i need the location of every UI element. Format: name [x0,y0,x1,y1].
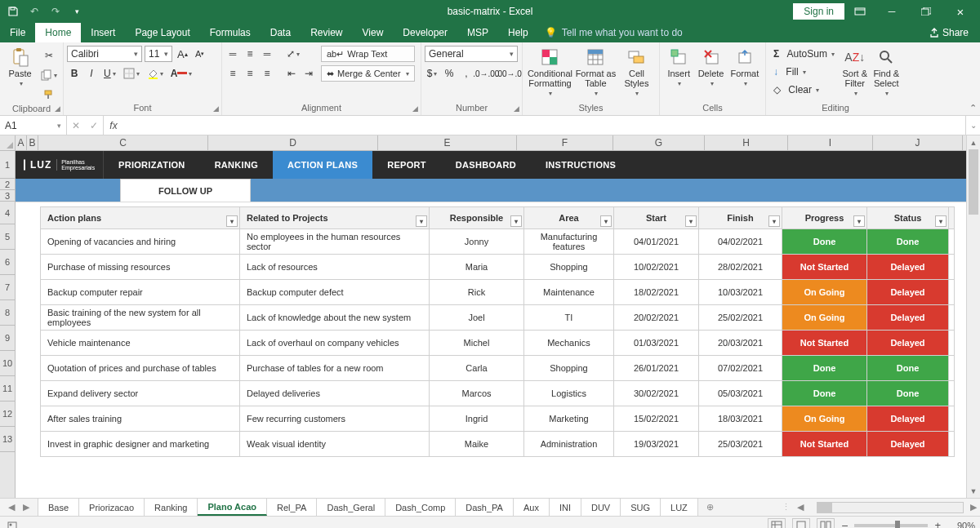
scrollbar-thumb[interactable] [969,149,978,215]
th-action-plans[interactable]: Action plans▾ [41,207,240,229]
hscroll-right-icon[interactable]: ▶ [970,502,977,512]
cell-start[interactable]: 20/02/2021 [614,305,699,330]
align-bottom-icon[interactable]: ═ [260,46,274,62]
insert-cells-button[interactable]: Insert▾ [663,44,694,87]
sheet-tab-aux[interactable]: Aux [514,499,550,516]
comma-icon[interactable]: , [459,65,474,82]
borders-icon[interactable]: ▾ [121,65,142,82]
dialog-launcher-icon[interactable]: ◢ [55,104,60,113]
filter-dropdown-icon[interactable]: ▾ [768,215,780,227]
filter-dropdown-icon[interactable]: ▾ [226,215,238,227]
format-as-table-button[interactable]: Format as Table▾ [574,44,617,97]
cell-rp[interactable]: Lack of overhaul on company vehicles [240,331,430,355]
row-header-1[interactable]: 1 [0,151,15,179]
share-button[interactable]: Share [918,23,980,42]
sheet-tab-ranking[interactable]: Ranking [145,499,198,516]
row-header-3[interactable]: 3 [0,190,15,202]
orientation-icon[interactable]: ⤢▾ [284,46,302,62]
conditional-formatting-button[interactable]: Conditional Formatting▾ [526,44,574,97]
cell-fin[interactable]: 04/02/2021 [699,229,782,254]
tab-help[interactable]: Help [498,23,538,42]
qat-custom-icon[interactable]: ▾ [70,5,83,18]
percent-icon[interactable]: % [442,65,457,82]
fx-icon[interactable]: fx [104,116,123,135]
sheet-tab-sug[interactable]: SUG [621,499,661,516]
save-icon[interactable] [7,5,20,18]
paste-button[interactable]: Paste ▾ [3,44,37,87]
sort-filter-button[interactable]: AZ↓Sort & Filter▾ [840,44,870,97]
cell-resp[interactable]: Joel [430,305,524,330]
row-header-12[interactable]: 12 [0,402,15,427]
filter-dropdown-icon[interactable]: ▾ [685,215,697,227]
number-format-combo[interactable]: General▾ [425,46,518,62]
sheet-tab-dash_geral[interactable]: Dash_Geral [317,499,385,516]
col-header-G[interactable]: G [613,135,705,150]
table-row[interactable]: Basic training of the new system for all… [40,305,955,331]
row-header-4[interactable]: 4 [0,202,15,224]
col-header-A[interactable]: A [16,135,27,150]
close-icon[interactable]: × [944,0,977,23]
cell-fin[interactable]: 20/03/2021 [699,331,782,355]
ribbon-display-icon[interactable] [846,0,874,23]
dialog-launcher-icon[interactable]: ◢ [514,104,519,113]
nav-ranking[interactable]: RANKING [200,151,273,179]
row-header-10[interactable]: 10 [0,351,15,376]
add-sheet-button[interactable]: ⊕ [698,499,723,516]
cell-resp[interactable]: Carla [430,356,524,380]
th-start[interactable]: Start▾ [614,207,699,229]
decrease-decimal-icon[interactable]: .00→.0 [499,65,519,82]
nav-instructions[interactable]: INSTRUCTIONS [531,151,630,179]
find-select-button[interactable]: Find & Select▾ [871,44,902,97]
tab-msp[interactable]: MSP [457,23,498,42]
tell-me[interactable]: 💡 Tell me what you want to do [538,23,689,42]
cell-area[interactable]: Mechanics [524,331,614,355]
scroll-up-icon[interactable]: ▲ [967,135,980,149]
font-size-combo[interactable]: 11▾ [145,46,172,62]
th-responsible[interactable]: Responsible▾ [430,207,524,229]
align-left-icon[interactable]: ≡ [225,65,240,82]
dialog-launcher-icon[interactable]: ◢ [213,104,219,113]
page-layout-view-icon[interactable] [792,518,810,529]
cell-area[interactable]: Shopping [524,255,614,279]
cell-resp[interactable]: Maria [430,255,524,279]
wrap-text-button[interactable]: ab↵Wrap Text [321,46,415,62]
cell-fin[interactable]: 25/02/2021 [699,305,782,330]
cell-resp[interactable]: Marcos [430,381,524,406]
tab-view[interactable]: View [353,23,394,42]
scroll-down-icon[interactable]: ▼ [967,484,980,498]
grow-font-icon[interactable]: A▴ [175,46,190,62]
cell-ap[interactable]: Opening of vacancies and hiring [41,229,240,254]
next-sheet-icon[interactable]: ▶ [23,502,29,512]
cell-fin[interactable]: 07/02/2021 [699,356,782,380]
table-row[interactable]: Opening of vacancies and hiringNo employ… [40,229,955,255]
sheet-tab-plano acao[interactable]: Plano Acao [198,499,267,516]
cell-fin[interactable]: 28/02/2021 [699,255,782,279]
col-header-B[interactable]: B [27,135,38,150]
horizontal-scrollbar[interactable] [817,502,964,513]
cell-rp[interactable]: Purchase of tables for a new room [240,356,430,380]
formula-input[interactable] [123,116,965,135]
delete-cells-button[interactable]: Delete▾ [694,44,727,87]
page-break-view-icon[interactable] [817,518,835,529]
col-header-I[interactable]: I [788,135,873,150]
filter-dropdown-icon[interactable]: ▾ [853,215,865,227]
expand-formula-icon[interactable]: ⌄ [965,116,980,135]
cell-fin[interactable]: 18/03/2021 [699,406,782,431]
cell-area[interactable]: Administration [524,432,614,456]
cell-start[interactable]: 04/01/2021 [614,229,699,254]
cell-ap[interactable]: Backup computer repair [41,280,240,304]
col-header-J[interactable]: J [873,135,963,150]
macro-record-icon[interactable] [5,520,18,529]
row-header-2[interactable]: 2 [0,179,15,190]
table-row[interactable]: Invest in graphic designer and marketing… [40,432,955,457]
signin-button[interactable]: Sign in [793,3,844,20]
filter-dropdown-icon[interactable]: ▾ [935,215,947,227]
underline-button[interactable]: U▾ [101,65,118,82]
cell-ap[interactable]: Invest in graphic designer and marketing [41,432,240,456]
table-row[interactable]: Quotation of prices and purchase of tabl… [40,356,955,381]
cell-start[interactable]: 15/02/2021 [614,406,699,431]
tab-data[interactable]: Data [261,23,301,42]
cell-rp[interactable]: No employees in the human resources sect… [240,229,430,254]
cell-area[interactable]: Logistics [524,381,614,406]
cell-resp[interactable]: Jonny [430,229,524,254]
